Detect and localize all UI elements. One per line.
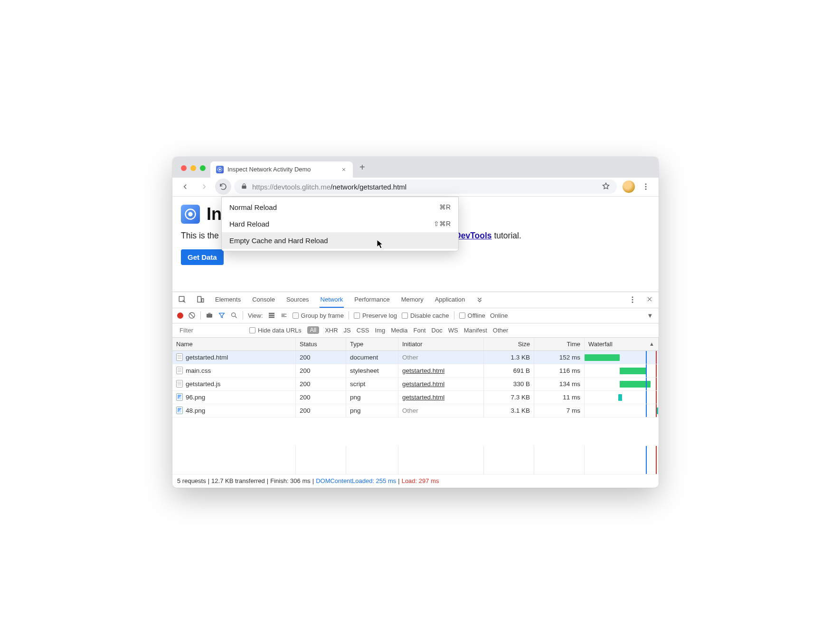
inspect-element-icon[interactable] — [178, 295, 187, 304]
filter-css[interactable]: CSS — [357, 327, 369, 334]
more-tabs-icon[interactable] — [475, 295, 484, 304]
network-status-bar: 5 requests | 12.7 KB transferred | Finis… — [172, 474, 659, 488]
file-icon — [176, 393, 183, 401]
filter-img[interactable]: Img — [375, 327, 385, 334]
svg-point-10 — [632, 296, 633, 298]
back-button[interactable] — [177, 179, 193, 195]
bookmark-icon[interactable] — [602, 182, 610, 192]
close-tab-icon[interactable] — [340, 166, 347, 173]
forward-button[interactable] — [196, 179, 212, 195]
throttling-dropdown-icon[interactable]: ▼ — [646, 312, 654, 319]
filter-xhr[interactable]: XHR — [325, 327, 338, 334]
req-waterfall — [585, 364, 659, 377]
fullscreen-window-button[interactable] — [200, 165, 206, 171]
active-tab[interactable]: Inspect Network Activity Demo — [210, 161, 353, 178]
tab-application[interactable]: Application — [434, 292, 466, 308]
col-initiator[interactable]: Initiator — [398, 338, 484, 350]
req-size: 1.3 KB — [484, 351, 534, 364]
get-data-button[interactable]: Get Data — [181, 249, 224, 265]
disable-cache-checkbox[interactable]: Disable cache — [402, 312, 449, 319]
devtools-tabbar: Elements Console Sources Network Perform… — [172, 292, 659, 308]
initiator-link[interactable]: getstarted.html — [402, 380, 444, 388]
tab-console[interactable]: Console — [251, 292, 276, 308]
req-waterfall — [585, 404, 659, 417]
tab-memory[interactable]: Memory — [400, 292, 425, 308]
req-waterfall — [585, 378, 659, 390]
filter-icon[interactable] — [218, 312, 226, 319]
file-icon — [176, 353, 183, 361]
clear-icon[interactable] — [188, 312, 196, 319]
network-toolbar: View: Group by frame Preserve log Disabl… — [172, 308, 659, 323]
large-rows-icon[interactable] — [268, 312, 275, 319]
preserve-log-checkbox[interactable]: Preserve log — [354, 312, 397, 319]
initiator-link[interactable]: getstarted.html — [402, 367, 444, 374]
filter-js[interactable]: JS — [344, 327, 351, 334]
reload-button[interactable] — [215, 179, 231, 195]
close-window-button[interactable] — [181, 165, 187, 171]
col-size[interactable]: Size — [484, 338, 534, 350]
menu-item-empty-cache-hard-reload[interactable]: Empty Cache and Hard Reload — [222, 232, 458, 249]
filter-manifest[interactable]: Manifest — [464, 327, 487, 334]
file-icon — [176, 407, 183, 414]
minimize-window-button[interactable] — [190, 165, 196, 171]
filter-all[interactable]: All — [307, 326, 319, 334]
address-bar[interactable]: https://devtools.glitch.me/network/getst… — [234, 180, 617, 194]
network-table-body: getstarted.html200documentOther1.3 KB152… — [172, 351, 659, 446]
device-toolbar-icon[interactable] — [196, 295, 205, 304]
record-button[interactable] — [177, 313, 183, 319]
filter-media[interactable]: Media — [391, 327, 407, 334]
screenshot-icon[interactable] — [206, 312, 213, 319]
new-tab-button[interactable]: + — [353, 162, 372, 178]
status-requests: 5 requests — [177, 477, 206, 484]
filter-other[interactable]: Other — [493, 327, 509, 334]
offline-checkbox[interactable]: Offline — [459, 312, 485, 319]
group-by-frame-checkbox[interactable]: Group by frame — [293, 312, 344, 319]
hide-data-urls-checkbox[interactable]: Hide data URLs — [249, 327, 302, 334]
req-type: document — [346, 351, 398, 364]
menu-button[interactable] — [638, 179, 654, 195]
menu-item-shortcut: ⌘R — [439, 203, 451, 211]
status-finish: Finish: 306 ms — [270, 477, 311, 484]
tab-performance[interactable]: Performance — [353, 292, 390, 308]
col-waterfall[interactable]: Waterfall ▲ — [585, 338, 659, 350]
req-size: 691 B — [484, 364, 534, 377]
filter-input[interactable] — [177, 325, 244, 335]
overview-icon[interactable] — [280, 312, 288, 319]
devtools-close-icon[interactable] — [646, 295, 653, 305]
req-status: 200 — [296, 391, 346, 404]
tab-favicon — [216, 166, 224, 173]
separator — [349, 311, 349, 320]
separator — [200, 311, 201, 320]
online-dropdown[interactable]: Online — [490, 312, 508, 319]
tab-title: Inspect Network Activity Demo — [227, 166, 311, 173]
filter-font[interactable]: Font — [414, 327, 426, 334]
col-name[interactable]: Name — [172, 338, 296, 350]
initiator-link[interactable]: getstarted.html — [402, 394, 444, 401]
menu-item-hard-reload[interactable]: Hard Reload ⇧⌘R — [222, 216, 458, 232]
profile-avatar[interactable] — [623, 180, 635, 193]
table-row[interactable]: getstarted.html200documentOther1.3 KB152… — [172, 351, 659, 364]
tab-elements[interactable]: Elements — [214, 292, 242, 308]
svg-rect-18 — [269, 317, 274, 318]
table-row[interactable]: 96.png200pnggetstarted.html7.3 KB11 ms — [172, 391, 659, 404]
separator — [454, 311, 454, 320]
devtools-menu-icon[interactable] — [628, 295, 637, 304]
filter-ws[interactable]: WS — [448, 327, 458, 334]
col-type[interactable]: Type — [346, 338, 398, 350]
filter-doc[interactable]: Doc — [432, 327, 443, 334]
window-controls — [178, 165, 210, 178]
req-status: 200 — [296, 351, 346, 364]
table-row[interactable]: 48.png200pngOther3.1 KB7 ms — [172, 404, 659, 417]
table-row[interactable]: getstarted.js200scriptgetstarted.html330… — [172, 378, 659, 391]
req-name: 48.png — [186, 407, 205, 414]
col-time[interactable]: Time — [534, 338, 585, 350]
tab-sources[interactable]: Sources — [285, 292, 310, 308]
menu-item-normal-reload[interactable]: Normal Reload ⌘R — [222, 199, 458, 216]
view-label: View: — [248, 312, 263, 319]
search-icon[interactable] — [230, 312, 238, 319]
tab-network[interactable]: Network — [320, 292, 344, 308]
col-status[interactable]: Status — [296, 338, 346, 350]
req-time: 7 ms — [534, 404, 585, 417]
table-row[interactable]: main.css200stylesheetgetstarted.html691 … — [172, 364, 659, 378]
svg-rect-14 — [207, 314, 212, 318]
